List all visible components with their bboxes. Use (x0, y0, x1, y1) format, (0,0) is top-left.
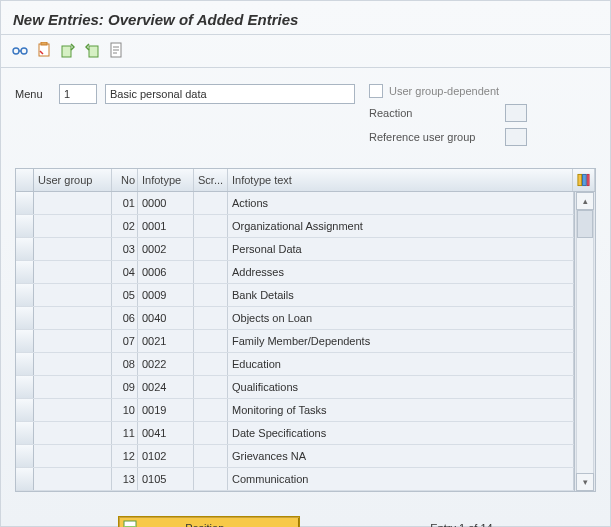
table-row[interactable]: 040006Addresses (16, 261, 574, 284)
cell-infotype[interactable]: 0001 (138, 215, 194, 237)
position-button[interactable]: Position... (118, 516, 300, 527)
table-row[interactable]: 130105Communication (16, 468, 574, 491)
glasses-icon[interactable] (11, 41, 29, 59)
cell-infotype-text[interactable]: Bank Details (228, 284, 574, 306)
cell-infotype[interactable]: 0102 (138, 445, 194, 467)
row-selector[interactable] (16, 192, 34, 214)
cell-infotype-text[interactable]: Objects on Loan (228, 307, 574, 329)
sheet-icon[interactable] (107, 41, 125, 59)
cell-user-group[interactable] (34, 284, 112, 306)
cell-user-group[interactable] (34, 422, 112, 444)
cell-infotype[interactable]: 0040 (138, 307, 194, 329)
row-selector[interactable] (16, 215, 34, 237)
table-row[interactable]: 010000Actions (16, 192, 574, 215)
cell-infotype-text[interactable]: Addresses (228, 261, 574, 283)
row-selector[interactable] (16, 284, 34, 306)
table-row[interactable]: 060040Objects on Loan (16, 307, 574, 330)
cell-no[interactable]: 01 (112, 192, 138, 214)
row-selector[interactable] (16, 445, 34, 467)
cell-infotype[interactable]: 0022 (138, 353, 194, 375)
row-selector[interactable] (16, 330, 34, 352)
cell-user-group[interactable] (34, 376, 112, 398)
cell-infotype-text[interactable]: Education (228, 353, 574, 375)
cell-infotype-text[interactable]: Monitoring of Tasks (228, 399, 574, 421)
scroll-thumb[interactable] (577, 210, 593, 238)
cell-infotype[interactable]: 0002 (138, 238, 194, 260)
cell-infotype[interactable]: 0105 (138, 468, 194, 490)
cell-infotype[interactable]: 0000 (138, 192, 194, 214)
scroll-up-button[interactable]: ▴ (576, 192, 594, 210)
cell-infotype-text[interactable]: Date Specifications (228, 422, 574, 444)
cell-no[interactable]: 05 (112, 284, 138, 306)
col-infotype-text[interactable]: Infotype text (228, 169, 573, 191)
row-selector[interactable] (16, 468, 34, 490)
table-row[interactable]: 120102Grievances NA (16, 445, 574, 468)
table-row[interactable]: 090024Qualifications (16, 376, 574, 399)
cell-screen[interactable] (194, 215, 228, 237)
cell-no[interactable]: 13 (112, 468, 138, 490)
cell-no[interactable]: 02 (112, 215, 138, 237)
menu-number-input[interactable] (59, 84, 97, 104)
cell-no[interactable]: 11 (112, 422, 138, 444)
cell-infotype-text[interactable]: Actions (228, 192, 574, 214)
table-row[interactable]: 070021Family Member/Dependents (16, 330, 574, 353)
col-screen[interactable]: Scr... (194, 169, 228, 191)
row-selector-header[interactable] (16, 169, 34, 191)
cell-screen[interactable] (194, 284, 228, 306)
cell-screen[interactable] (194, 238, 228, 260)
cell-infotype[interactable]: 0024 (138, 376, 194, 398)
cell-infotype-text[interactable]: Qualifications (228, 376, 574, 398)
clipboard-icon[interactable] (35, 41, 53, 59)
table-row[interactable]: 100019Monitoring of Tasks (16, 399, 574, 422)
cell-no[interactable]: 07 (112, 330, 138, 352)
cell-no[interactable]: 03 (112, 238, 138, 260)
cell-user-group[interactable] (34, 192, 112, 214)
row-selector[interactable] (16, 307, 34, 329)
cell-screen[interactable] (194, 330, 228, 352)
cell-screen[interactable] (194, 445, 228, 467)
table-row[interactable]: 030002Personal Data (16, 238, 574, 261)
row-selector[interactable] (16, 399, 34, 421)
row-selector[interactable] (16, 376, 34, 398)
cell-user-group[interactable] (34, 307, 112, 329)
cell-no[interactable]: 12 (112, 445, 138, 467)
cell-screen[interactable] (194, 307, 228, 329)
export-icon[interactable] (83, 41, 101, 59)
user-group-dependent-checkbox[interactable] (369, 84, 383, 98)
table-row[interactable]: 050009Bank Details (16, 284, 574, 307)
cell-infotype[interactable]: 0041 (138, 422, 194, 444)
scroll-track[interactable] (576, 210, 594, 473)
cell-screen[interactable] (194, 468, 228, 490)
cell-infotype-text[interactable]: Personal Data (228, 238, 574, 260)
cell-screen[interactable] (194, 353, 228, 375)
cell-infotype-text[interactable]: Grievances NA (228, 445, 574, 467)
cell-user-group[interactable] (34, 468, 112, 490)
cell-user-group[interactable] (34, 261, 112, 283)
cell-user-group[interactable] (34, 215, 112, 237)
cell-infotype[interactable]: 0009 (138, 284, 194, 306)
reaction-input[interactable] (505, 104, 527, 122)
cell-no[interactable]: 06 (112, 307, 138, 329)
cell-infotype-text[interactable]: Organizational Assignment (228, 215, 574, 237)
cell-no[interactable]: 08 (112, 353, 138, 375)
row-selector[interactable] (16, 353, 34, 375)
table-row[interactable]: 080022Education (16, 353, 574, 376)
menu-text-input[interactable] (105, 84, 355, 104)
cell-infotype[interactable]: 0006 (138, 261, 194, 283)
cell-screen[interactable] (194, 422, 228, 444)
row-selector[interactable] (16, 238, 34, 260)
scroll-down-button[interactable]: ▾ (576, 473, 594, 491)
col-user-group[interactable]: User group (34, 169, 112, 191)
cell-screen[interactable] (194, 192, 228, 214)
cell-user-group[interactable] (34, 330, 112, 352)
cell-infotype[interactable]: 0019 (138, 399, 194, 421)
row-selector[interactable] (16, 422, 34, 444)
cell-no[interactable]: 09 (112, 376, 138, 398)
cell-infotype-text[interactable]: Communication (228, 468, 574, 490)
table-row[interactable]: 020001Organizational Assignment (16, 215, 574, 238)
cell-screen[interactable] (194, 376, 228, 398)
scrollbar[interactable]: ▴ ▾ (574, 192, 595, 491)
cell-user-group[interactable] (34, 353, 112, 375)
cell-user-group[interactable] (34, 399, 112, 421)
col-infotype[interactable]: Infotype (138, 169, 194, 191)
